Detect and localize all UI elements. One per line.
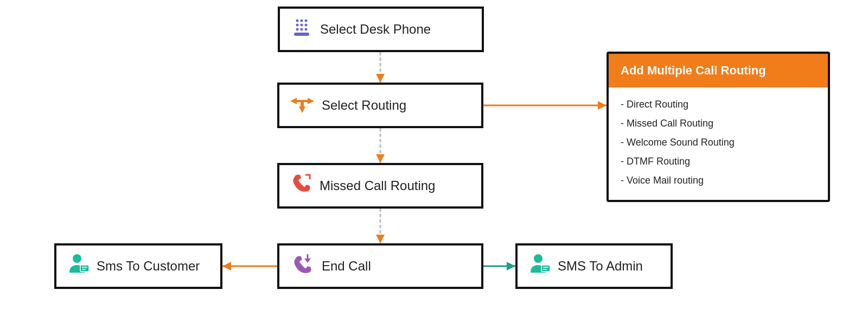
svg-marker-7	[598, 101, 607, 110]
svg-point-18	[296, 28, 299, 31]
sms-customer-icon	[67, 253, 89, 279]
end-call-label: End Call	[322, 259, 371, 274]
desk-phone-label: Select Desk Phone	[320, 22, 431, 37]
missed-call-label: Missed Call Routing	[320, 178, 435, 193]
svg-marker-1	[376, 74, 385, 83]
svg-rect-29	[80, 265, 89, 272]
popup-item: - Direct Routing	[621, 95, 816, 114]
svg-marker-23	[302, 98, 314, 104]
svg-marker-24	[299, 102, 305, 113]
popup-item: - Missed Call Routing	[621, 114, 816, 133]
popup-body: - Direct Routing- Missed Call Routing- W…	[609, 87, 828, 200]
popup-item: - Voice Mail routing	[621, 171, 816, 190]
sms-customer-box[interactable]: Sms To Customer	[54, 243, 222, 289]
svg-point-12	[296, 20, 299, 22]
popup-header: Add Multiple Call Routing	[609, 54, 828, 87]
svg-marker-9	[222, 262, 231, 270]
svg-point-32	[534, 254, 542, 263]
svg-point-16	[301, 24, 303, 27]
sms-admin-label: SMS To Admin	[558, 259, 643, 274]
end-call-icon	[290, 253, 314, 279]
svg-point-17	[305, 24, 308, 27]
sms-admin-box[interactable]: SMS To Admin	[515, 243, 673, 289]
popup-item: - DTMF Routing	[621, 152, 816, 171]
sms-admin-icon	[528, 253, 550, 279]
svg-marker-22	[290, 98, 302, 104]
routing-icon	[290, 93, 314, 117]
svg-rect-33	[541, 265, 550, 272]
select-desk-phone-box[interactable]: Select Desk Phone	[278, 7, 484, 52]
svg-marker-27	[304, 259, 311, 263]
desk-phone-icon	[291, 16, 312, 42]
popup-header-text: Add Multiple Call Routing	[621, 64, 766, 77]
missed-call-icon	[290, 173, 312, 199]
sms-customer-label: Sms To Customer	[97, 259, 200, 274]
select-routing-label: Select Routing	[322, 98, 406, 113]
select-routing-box[interactable]: Select Routing	[277, 83, 483, 128]
svg-marker-5	[376, 235, 385, 243]
diagram-container: Select Desk Phone Select Routing	[0, 0, 868, 321]
svg-marker-11	[507, 262, 515, 270]
svg-point-15	[296, 24, 299, 27]
svg-point-28	[73, 254, 81, 263]
svg-point-20	[305, 28, 308, 31]
svg-rect-21	[294, 33, 309, 36]
missed-call-box[interactable]: Missed Call Routing	[277, 163, 483, 209]
svg-point-19	[301, 28, 303, 31]
svg-point-14	[305, 20, 308, 22]
svg-point-13	[301, 20, 303, 22]
end-call-box[interactable]: End Call	[277, 243, 483, 289]
popup-card[interactable]: Add Multiple Call Routing - Direct Routi…	[607, 52, 830, 202]
popup-item: - Welcome Sound Routing	[621, 133, 816, 152]
svg-marker-3	[376, 154, 385, 163]
